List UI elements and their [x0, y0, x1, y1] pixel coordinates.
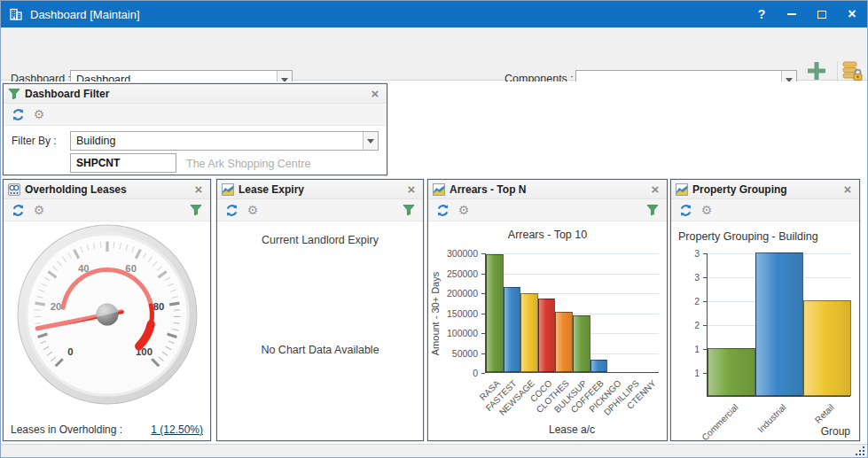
bar-coffeeb[interactable] [590, 360, 608, 372]
gauge-scale-label: 0 [67, 346, 73, 357]
filter-by-combo-value: Building [71, 132, 363, 150]
y-axis-tick [703, 253, 707, 254]
filter-by-combo-dropdown-button[interactable] [363, 132, 378, 150]
help-button[interactable]: ? [747, 1, 777, 27]
filter-button[interactable] [187, 201, 205, 219]
bar-rasa[interactable] [486, 254, 504, 372]
settings-button[interactable]: ⚙ [698, 201, 716, 219]
arrears-toolbar: ⚙ [428, 199, 667, 221]
close-panel-button[interactable]: × [403, 182, 419, 198]
gear-icon: ⚙ [458, 204, 470, 216]
property-grouping-header: Property Grouping × [671, 180, 859, 199]
overholding-leases-panel: Overholding Leases × ⚙ [3, 179, 211, 441]
filter-by-label: Filter By : [12, 135, 57, 147]
gauges-icon [8, 183, 20, 196]
y-axis-tick-label: 3 [678, 248, 700, 259]
gridline [486, 253, 659, 254]
gridline [486, 274, 659, 275]
x-axis-tick-label: Industrial [755, 402, 787, 434]
y-axis-tick [481, 293, 485, 294]
y-axis-tick-label: 0 [439, 368, 478, 378]
refresh-button[interactable] [9, 201, 27, 219]
close-panel-button[interactable]: × [840, 182, 856, 198]
close-panel-button[interactable]: × [367, 86, 383, 102]
panel-title: Arrears - Top N [450, 183, 647, 196]
y-axis-tick-label: 1 [678, 368, 700, 378]
gear-icon: ⚙ [34, 108, 45, 120]
bar-commercial[interactable] [708, 348, 755, 396]
panel-title: Overholding Leases [25, 183, 191, 196]
gauge-scale-label: 80 [152, 301, 164, 312]
bar-coco[interactable] [538, 299, 556, 372]
y-axis-tick-label: 250000 [439, 268, 478, 279]
minimize-button[interactable] [777, 1, 807, 27]
filter-button[interactable] [400, 201, 418, 219]
refresh-button[interactable] [9, 105, 27, 123]
refresh-icon [12, 204, 25, 217]
x-axis-tick-label: Retail [813, 402, 836, 425]
bar-clothes[interactable] [555, 312, 573, 372]
property-grouping-panel: Property Grouping × ⚙ Property Grouping … [670, 179, 860, 441]
refresh-icon [679, 204, 692, 217]
chart-icon [676, 183, 688, 196]
y-axis-tick [703, 325, 707, 326]
property-grouping-toolbar: ⚙ [671, 199, 859, 221]
y-axis-tick-label: 100000 [439, 328, 478, 338]
minimize-icon [787, 13, 796, 15]
overholding-footer: Leases in Overholding : 1 (12.50%) [11, 423, 203, 436]
panel-title: Lease Expiry [239, 183, 403, 196]
y-axis-tick [481, 274, 485, 275]
y-axis-tick-label: 3 [678, 272, 700, 283]
filter-icon [403, 204, 415, 216]
settings-button[interactable]: ⚙ [455, 201, 473, 219]
x-axis-title: Group [821, 425, 850, 438]
y-axis-tick-label: 50000 [439, 348, 478, 359]
bar-retail[interactable] [803, 300, 851, 396]
building-app-icon [9, 7, 23, 21]
status-bar [1, 444, 867, 457]
building-code-input[interactable]: SHPCNT [70, 153, 176, 173]
window-title: Dashboard [Maintain] [30, 8, 140, 21]
close-icon: × [848, 7, 856, 21]
resize-grip[interactable] [855, 446, 865, 456]
bar-newsage[interactable] [520, 293, 538, 372]
bar-fastest[interactable] [504, 287, 521, 372]
maximize-icon [817, 11, 826, 19]
gear-icon: ⚙ [247, 204, 259, 216]
chart-title: Arrears - Top 10 [428, 229, 667, 241]
overholding-count-link[interactable]: 1 (12.50%) [151, 423, 203, 436]
overholding-footer-label: Leases in Overholding : [11, 423, 122, 436]
filter-icon [8, 88, 20, 100]
chart-icon [433, 183, 445, 196]
close-panel-button[interactable]: × [191, 182, 207, 198]
close-panel-button[interactable]: × [647, 182, 663, 198]
plot-area [485, 253, 659, 373]
overholding-toolbar: ⚙ [4, 199, 210, 221]
gauge-major-tick [169, 303, 179, 305]
y-axis-tick [481, 314, 485, 314]
settings-button[interactable]: ⚙ [30, 201, 48, 219]
bar-bulksup[interactable] [573, 315, 590, 372]
dashboard-filter-panel: Dashboard Filter × ⚙ Filter By : Buil [3, 83, 387, 175]
close-button[interactable]: × [837, 1, 867, 27]
gear-icon: ⚙ [34, 204, 45, 216]
dashboard-filter-toolbar: ⚙ [4, 104, 387, 126]
y-axis-tick [703, 373, 707, 374]
lease-expiry-chart-title: Current Landlord Expiry [217, 234, 423, 246]
panel-title: Dashboard Filter [25, 88, 367, 100]
settings-button[interactable]: ⚙ [30, 105, 48, 123]
refresh-button[interactable] [434, 201, 451, 219]
filter-by-combo[interactable]: Building [70, 131, 379, 151]
chevron-down-icon [367, 139, 374, 144]
filter-button[interactable] [644, 201, 661, 219]
panel-title: Property Grouping [692, 183, 840, 196]
maximize-button[interactable] [807, 1, 837, 27]
chart-icon [222, 183, 234, 196]
settings-button[interactable]: ⚙ [244, 201, 262, 219]
refresh-button[interactable] [223, 201, 240, 219]
y-axis-tick [703, 301, 707, 302]
x-axis-tick-label: Commercial [700, 402, 739, 442]
refresh-button[interactable] [676, 201, 694, 219]
property-grouping-chart: Property Grouping - Building112233Commer… [671, 221, 859, 440]
bar-industrial[interactable] [755, 252, 803, 396]
